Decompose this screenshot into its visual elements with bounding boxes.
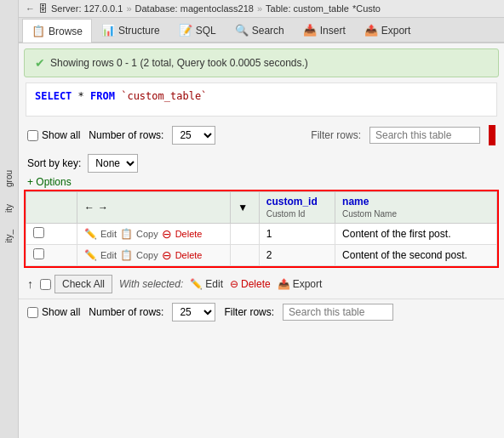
nav-tabs: 📋 Browse 📊 Structure 📝 SQL 🔍 Search 📥 In…	[19, 18, 504, 43]
db-icon: 🗄	[38, 3, 48, 14]
th-custom-id[interactable]: custom_id Custom Id	[259, 192, 335, 224]
success-bar: ✔ Showing rows 0 - 1 (2 total, Query too…	[24, 48, 499, 77]
row1-copy-icon: 📋	[120, 228, 133, 240]
export-icon: 📤	[364, 24, 378, 37]
row2-delete-icon: ⊖	[162, 248, 172, 262]
bottom-show-all-checkbox[interactable]	[27, 307, 38, 318]
row2-copy-icon: 📋	[120, 249, 133, 261]
bottom-delete-icon: ⊖	[230, 278, 238, 290]
tab-browse[interactable]: 📋 Browse	[22, 19, 92, 43]
tab-sql[interactable]: 📝 SQL	[169, 18, 226, 42]
show-all-checkbox[interactable]	[27, 130, 38, 141]
bottom-show-all-label: Show all	[42, 306, 80, 318]
sort-row: Sort by key: None	[19, 151, 504, 176]
row1-actions-cell: ✏️ Edit 📋 Copy ⊖ Delete	[77, 224, 231, 245]
row1-checkbox-cell	[26, 224, 77, 245]
browse-icon: 📋	[32, 25, 45, 37]
row1-checkbox[interactable]	[33, 227, 44, 238]
bottom-show-all-container: Show all	[27, 306, 80, 318]
row2-checkbox[interactable]	[33, 248, 44, 259]
bottom-edit-btn[interactable]: ✏️ Edit	[190, 278, 223, 290]
breadcrumb: ← 🗄 Server: 127.0.0.1 » Database: magent…	[19, 0, 504, 18]
th-name[interactable]: name Custom Name	[335, 192, 497, 224]
breadcrumb-server: Server: 127.0.0.1	[51, 3, 123, 14]
options-link[interactable]: + Options	[19, 174, 80, 190]
row1-copy-btn[interactable]: Copy	[136, 229, 158, 239]
sort-desc-icon[interactable]: ▼	[238, 202, 248, 213]
sql-area: SELECT * FROM `custom_table`	[26, 82, 497, 117]
bottom-action-bar: ↑ Check All With selected: ✏️ Edit ⊖ Del…	[19, 270, 504, 299]
row1-name: Content of the first post.	[335, 224, 497, 245]
row2-copy-btn[interactable]: Copy	[136, 250, 158, 260]
check-all-checkbox[interactable]	[40, 279, 51, 290]
up-arrow-btn[interactable]: ↑	[27, 277, 33, 291]
success-message: Showing rows 0 - 1 (2 total, Query took …	[50, 57, 308, 69]
right-arrow-btn[interactable]: →	[98, 202, 108, 213]
show-all-container: Show all	[27, 129, 80, 141]
sort-label: Sort by key:	[27, 157, 81, 169]
controls-row: Show all Number of rows: 25 50 100 200 F…	[19, 120, 504, 151]
show-all-label: Show all	[42, 129, 80, 141]
back-arrow[interactable]: ←	[26, 3, 35, 14]
col-custom-id-name: custom_id	[266, 196, 318, 208]
sql-star: *	[78, 90, 90, 102]
row1-edit-icon: ✏️	[84, 228, 97, 240]
bottom-export-icon: 📤	[278, 278, 290, 290]
sep2: »	[257, 3, 262, 14]
filter-submit-btn[interactable]	[489, 125, 495, 145]
check-all-button[interactable]: Check All	[54, 275, 112, 293]
bottom-controls: Show all Number of rows: 25 50 100 200 F…	[19, 299, 504, 325]
row2-checkbox-cell	[26, 245, 77, 266]
bottom-delete-label: Delete	[241, 278, 271, 290]
bottom-export-label: Export	[293, 278, 323, 290]
col-name-name: name	[342, 196, 369, 208]
th-sort: ▼	[231, 192, 260, 224]
row1-delete-icon: ⊖	[162, 227, 172, 241]
number-of-rows-label: Number of rows:	[89, 129, 163, 141]
th-checkbox	[26, 192, 77, 224]
sidebar-text-3: ity_	[4, 230, 14, 243]
sql-icon: 📝	[179, 24, 192, 37]
row2-edit-icon: ✏️	[84, 249, 97, 261]
sql-table: `custom_table`	[121, 90, 207, 102]
check-all-container: Check All	[40, 275, 112, 293]
table-header-row: ← → ▼ custom_id Custom Id name	[26, 192, 497, 224]
data-table: ← → ▼ custom_id Custom Id name	[26, 191, 497, 266]
bottom-delete-btn[interactable]: ⊖ Delete	[230, 278, 271, 290]
tab-search[interactable]: 🔍 Search	[226, 18, 294, 42]
sort-select[interactable]: None	[88, 154, 138, 173]
row1-sort-cell	[231, 224, 260, 245]
col-custom-id-sub: Custom Id	[266, 209, 306, 219]
row1-edit-btn[interactable]: Edit	[100, 229, 117, 239]
row2-sort-cell	[231, 245, 260, 266]
tab-insert[interactable]: 📥 Insert	[294, 18, 355, 42]
bottom-number-of-rows-label: Number of rows:	[89, 306, 163, 318]
row2-actions-cell: ✏️ Edit 📋 Copy ⊖ Delete	[77, 245, 231, 266]
with-selected-label: With selected:	[119, 278, 183, 290]
tab-search-label: Search	[252, 25, 284, 37]
row2-edit-btn[interactable]: Edit	[100, 250, 117, 260]
row2-delete-btn[interactable]: Delete	[175, 250, 203, 260]
row2-name: Content of the second post.	[335, 245, 497, 266]
left-sidebar: grou ity ity_	[0, 0, 19, 438]
bottom-rows-select[interactable]: 25 50 100 200	[172, 303, 215, 321]
bottom-export-btn[interactable]: 📤 Export	[278, 278, 323, 290]
tab-structure[interactable]: 📊 Structure	[92, 18, 169, 42]
success-icon: ✔	[35, 56, 45, 70]
search-icon: 🔍	[235, 24, 249, 37]
rows-select[interactable]: 25 50 100 200	[172, 126, 215, 145]
bottom-filter-input[interactable]	[283, 304, 393, 321]
tab-export[interactable]: 📤 Export	[355, 18, 421, 42]
bottom-edit-label: Edit	[205, 278, 223, 290]
bottom-filter-rows-label: Filter rows:	[224, 306, 274, 318]
breadcrumb-database: Database: magentoclass218	[135, 3, 254, 14]
bottom-edit-icon: ✏️	[190, 278, 203, 290]
left-arrow-btn[interactable]: ←	[84, 202, 94, 213]
filter-input[interactable]	[369, 127, 480, 144]
sql-keyword-select: SELECT	[35, 90, 72, 102]
row1-delete-btn[interactable]: Delete	[175, 229, 203, 239]
table-row: ✏️ Edit 📋 Copy ⊖ Delete 2 Content of the…	[26, 245, 497, 266]
sep1: »	[126, 3, 131, 14]
tab-export-label: Export	[381, 25, 411, 37]
tab-sql-label: SQL	[196, 25, 216, 37]
